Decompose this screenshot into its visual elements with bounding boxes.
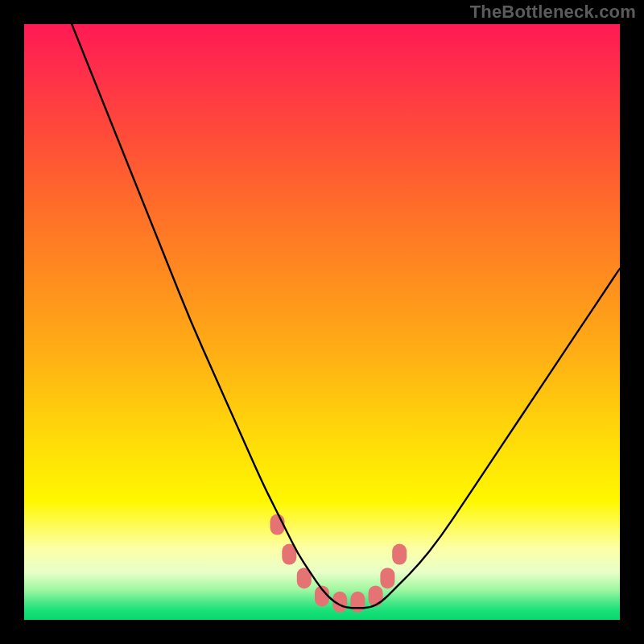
plot-area: [24, 24, 620, 620]
chart-svg: [24, 24, 620, 620]
watermark-text: TheBottleneck.com: [470, 2, 636, 23]
chart-frame: TheBottleneck.com: [0, 0, 644, 644]
curve-marker: [380, 568, 394, 588]
curve-marker: [392, 544, 407, 565]
curve-marker: [369, 585, 383, 606]
curve-marker: [350, 592, 365, 613]
bottleneck-curve: [72, 24, 620, 608]
